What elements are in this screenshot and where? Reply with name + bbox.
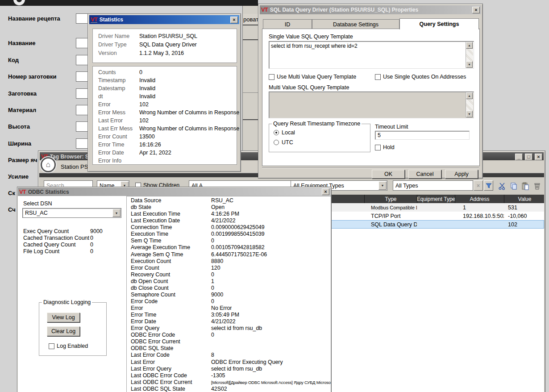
cancel-button[interactable]: Cancel bbox=[408, 170, 441, 179]
stat-row: Error Count 120 bbox=[127, 265, 331, 271]
stat-label: Error Date bbox=[98, 150, 139, 158]
cell-value: 531 bbox=[504, 203, 545, 212]
diagnostic-logging-group: Diagnostic Logging View Log Clear Log Lo… bbox=[39, 302, 107, 356]
vtscada-logo-icon: VT bbox=[91, 17, 97, 23]
checkbox-box[interactable] bbox=[375, 74, 381, 80]
stat-label: Sem Q Time bbox=[131, 238, 211, 244]
apply-button[interactable]: Apply bbox=[445, 170, 478, 179]
radio-local[interactable]: Local bbox=[274, 129, 295, 136]
stat-value: 120 bbox=[211, 265, 220, 271]
stat-value: 0.0010570942818582 bbox=[211, 244, 265, 251]
summary-label: Cached Transaction Count bbox=[23, 235, 90, 242]
dsn-dropdown[interactable]: RSU_AC ▼ bbox=[22, 208, 121, 218]
driver-stat-row: dt Invalid bbox=[98, 93, 237, 101]
driver-stat-row: Error Info bbox=[98, 158, 237, 166]
driver-info-row: Version 1.1.2 May 3, 2016 bbox=[98, 50, 237, 58]
single-value-query-textarea[interactable]: select id from rsu_recept where id=2 ▲ ▼ bbox=[269, 41, 474, 69]
multi-value-query-textarea[interactable]: ▲ ▼ bbox=[269, 92, 474, 118]
stat-value: 8 bbox=[211, 352, 214, 359]
scroll-up-icon[interactable]: ▲ bbox=[466, 42, 473, 49]
form-field-label: Материал bbox=[8, 107, 36, 113]
summary-label: File Log Count bbox=[23, 248, 90, 255]
log-enabled-checkbox[interactable]: Log Enabled bbox=[49, 343, 88, 349]
stat-row: Last Error Query select id from rsu_db bbox=[127, 366, 331, 372]
stat-label: Semaphore Count bbox=[131, 292, 211, 298]
clear-filter-button[interactable]: × bbox=[474, 180, 483, 191]
copy-button[interactable] bbox=[509, 182, 518, 191]
driver-info-row: Driver Type SQL Data Query Driver bbox=[98, 42, 237, 50]
radio-button-selected[interactable] bbox=[274, 130, 279, 135]
stat-label: Error Date bbox=[131, 318, 211, 325]
cut-button[interactable] bbox=[498, 182, 507, 191]
use-multi-value-checkbox[interactable]: Use Multi Value Query Template bbox=[269, 74, 356, 80]
summary-label: Cached Query Count bbox=[23, 242, 90, 248]
stat-value: 16:16:26 bbox=[139, 142, 161, 150]
hold-checkbox[interactable]: Hold bbox=[375, 144, 395, 150]
stat-label: Last Error bbox=[131, 359, 211, 366]
close-icon[interactable]: × bbox=[472, 7, 480, 13]
select-dsn-label: Select DSN bbox=[23, 200, 52, 207]
stat-row: Execution Count 8880 bbox=[127, 258, 331, 265]
stat-value: select id from rsu_db bbox=[211, 366, 262, 372]
timeout-limit-input[interactable]: 5 bbox=[375, 131, 470, 140]
minimize-button[interactable]: _ bbox=[515, 154, 523, 160]
summary-row: Cached Transaction Count 0 bbox=[23, 235, 103, 242]
view-log-button[interactable]: View Log bbox=[47, 313, 80, 322]
single-quotes-label: Use Single Quotes On Addresses bbox=[383, 74, 466, 80]
close-icon[interactable]: × bbox=[322, 188, 329, 195]
scrollbar[interactable]: ▲ ▼ bbox=[466, 92, 473, 117]
stat-row: Last ODBC Error Code -1305 bbox=[127, 372, 331, 379]
tab-query-settings[interactable]: Query Settings bbox=[399, 18, 479, 29]
stat-value: Wrong Number of Columns in Response bbox=[139, 125, 239, 133]
tab-database-settings[interactable]: Database Settings bbox=[312, 19, 399, 29]
copy-icon bbox=[510, 182, 518, 190]
stat-label: Connection Time bbox=[131, 224, 211, 231]
radio-button[interactable] bbox=[274, 140, 279, 145]
statistics-title-bar: VT Statistics × bbox=[89, 15, 239, 24]
column-header-address[interactable]: Address bbox=[455, 195, 504, 203]
stat-label: Error Info bbox=[98, 158, 139, 166]
paste-button[interactable] bbox=[521, 182, 530, 191]
maximize-button[interactable]: □ bbox=[525, 154, 532, 160]
close-icon[interactable]: × bbox=[230, 17, 238, 23]
summary-row: File Log Count 0 bbox=[23, 248, 103, 255]
radio-utc[interactable]: UTC bbox=[274, 139, 293, 146]
chevron-down-icon[interactable]: ▼ bbox=[378, 181, 387, 190]
dsn-value: RSU_AC bbox=[25, 210, 48, 216]
stat-row: Error Date 4/21/2022 bbox=[127, 318, 331, 325]
stat-row: Last ODBC SQL State 42S02 bbox=[127, 386, 331, 392]
scroll-up-icon[interactable]: ▲ bbox=[466, 92, 473, 99]
driver-stat-row: Error Time 16:16:26 bbox=[98, 142, 237, 150]
ok-button[interactable]: OK bbox=[372, 170, 405, 179]
column-header-type[interactable]: Type bbox=[364, 195, 417, 203]
scroll-down-icon[interactable]: ▼ bbox=[466, 111, 473, 117]
chevron-down-icon[interactable]: ▼ bbox=[112, 209, 121, 217]
home-icon[interactable]: ⌂ bbox=[41, 157, 56, 172]
column-header-value[interactable]: Value bbox=[504, 195, 545, 203]
stat-value: 0.0090000629425049 bbox=[211, 224, 265, 231]
stat-value: 0 bbox=[211, 332, 214, 338]
checkbox-box[interactable] bbox=[49, 343, 54, 349]
stat-value: 0.0019998550415039 bbox=[211, 231, 265, 238]
single-quotes-checkbox[interactable]: Use Single Quotes On Addresses bbox=[375, 74, 466, 80]
filter-button[interactable] bbox=[484, 180, 493, 191]
stat-label: Last ODBC Error Code bbox=[131, 372, 211, 379]
driver-info-row: Driver Name Station PSU\RSU_SQL bbox=[98, 33, 237, 42]
column-header-equipment-type[interactable]: Equipment Type bbox=[417, 195, 455, 203]
stat-row: db Open Count 1 bbox=[127, 278, 331, 285]
driver-properties-dialog: VT SQL Data Query Driver (Station PSU\RS… bbox=[258, 4, 483, 179]
close-button[interactable]: × bbox=[535, 154, 542, 160]
scrollbar[interactable]: ▲ ▼ bbox=[466, 42, 473, 68]
type-filter-dropdown[interactable]: All Types bbox=[393, 180, 473, 191]
tab-id[interactable]: ID bbox=[263, 19, 312, 29]
fragment-button[interactable]: ровать bbox=[243, 14, 258, 25]
clear-log-button[interactable]: Clear Log bbox=[47, 326, 80, 336]
delete-button[interactable] bbox=[533, 182, 542, 191]
fragment-divider bbox=[243, 39, 258, 40]
checkbox-box[interactable] bbox=[375, 145, 381, 150]
clipboard-icon bbox=[521, 182, 529, 190]
scroll-down-icon[interactable]: ▼ bbox=[466, 61, 473, 68]
stat-label: ODBC SQL State bbox=[131, 345, 211, 352]
checkbox-box[interactable] bbox=[269, 74, 274, 80]
stat-label: dt bbox=[98, 93, 139, 101]
